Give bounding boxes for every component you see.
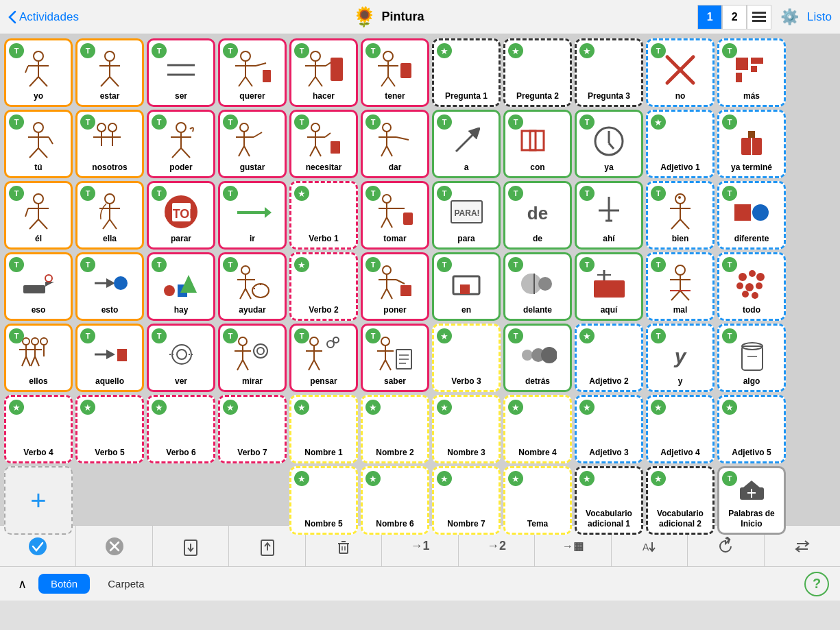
card-hacer[interactable]: T hacer	[289, 38, 358, 107]
card-nombre3[interactable]: ★ Nombre 3	[432, 395, 501, 463]
card-verbo7[interactable]: ★ Verbo 7	[218, 395, 287, 463]
svg-line-7	[38, 77, 47, 86]
card-esto[interactable]: T esto	[75, 252, 144, 321]
card-hay[interactable]: T hay	[147, 252, 215, 321]
card-nombre4[interactable]: ★ Nombre 4	[503, 395, 572, 463]
card-tener[interactable]: T tener	[361, 38, 429, 107]
card-necesitar[interactable]: T necesitar	[289, 110, 358, 178]
help-button[interactable]: ?	[804, 572, 829, 596]
card-tema[interactable]: ★ Tema	[503, 466, 572, 535]
card-diferente[interactable]: T diferente	[717, 181, 786, 250]
card-verbo1[interactable]: ★ Verbo 1	[289, 181, 358, 250]
card-pensar[interactable]: T pensar	[289, 324, 358, 392]
card-adjetivo1[interactable]: ★ Adjetivo 1	[646, 110, 715, 178]
back-button[interactable]: Actividades	[8, 10, 79, 24]
card-pregunta3[interactable]: ★ Pregunta 3	[575, 38, 643, 107]
card-aqui[interactable]: T aquí	[575, 252, 643, 321]
boton-button[interactable]: Botón	[38, 574, 90, 594]
card-palabras-inicio[interactable]: T Palabras de Inicio	[717, 466, 786, 535]
card-tu[interactable]: T tú	[4, 110, 73, 178]
card-ayudar[interactable]: T ayudar	[218, 252, 287, 321]
card-y[interactable]: T y y	[646, 324, 715, 392]
card-vocab1[interactable]: ★ Vocabulario adicional 1	[575, 466, 643, 535]
card-nombre2[interactable]: ★ Nombre 2	[361, 395, 429, 463]
listo-button[interactable]: Listo	[807, 10, 832, 24]
card-label: poner	[383, 305, 406, 315]
card-poder[interactable]: T poder	[147, 110, 215, 178]
card-verbo6[interactable]: ★ Verbo 6	[147, 395, 215, 463]
card-nombre1[interactable]: ★ Nombre 1	[289, 395, 358, 463]
card-ya-termine[interactable]: T ya terminé	[717, 110, 786, 178]
card-detras[interactable]: T detrás	[503, 324, 572, 392]
card-pregunta1[interactable]: ★ Pregunta 1	[432, 38, 501, 107]
card-verbo3[interactable]: ★ Verbo 3	[432, 324, 501, 392]
card-dar[interactable]: T dar	[361, 110, 429, 178]
page-2[interactable]: 2	[722, 5, 747, 29]
card-estar[interactable]: T estar	[75, 38, 144, 107]
card-a[interactable]: T a	[432, 110, 501, 178]
card-algo[interactable]: T algo	[717, 324, 786, 392]
card-tomar[interactable]: T tomar	[361, 181, 429, 250]
chevron-up-button[interactable]: ∧	[11, 573, 33, 595]
card-no[interactable]: T no	[646, 38, 715, 107]
card-saber[interactable]: T saber	[361, 324, 429, 392]
card-nombre6[interactable]: ★ Nombre 6	[361, 466, 429, 535]
svg-rect-152	[594, 280, 625, 298]
carpeta-button[interactable]: Carpeta	[95, 574, 156, 594]
card-mal[interactable]: T mal	[646, 252, 715, 321]
card-eso[interactable]: T eso	[4, 252, 73, 321]
card-label: Nombre 7	[447, 519, 485, 529]
card-adjetivo5[interactable]: ★ Adjetivo 5	[717, 395, 786, 463]
card-pregunta2[interactable]: ★ Pregunta 2	[503, 38, 572, 107]
svg-line-70	[325, 133, 331, 137]
card-mirar[interactable]: T mirar	[218, 324, 287, 392]
card-para[interactable]: T PARA! para	[432, 181, 501, 250]
card-delante[interactable]: T delante	[503, 252, 572, 321]
page-icon[interactable]	[747, 5, 771, 29]
card-label: y	[678, 376, 683, 386]
card-aquello[interactable]: T aquello	[75, 324, 144, 392]
card-ella[interactable]: T ella	[75, 181, 144, 250]
card-en[interactable]: T en	[432, 252, 501, 321]
card-todo[interactable]: T todo	[717, 252, 786, 321]
card-label: Adjetivo 3	[589, 448, 628, 457]
card-mas[interactable]: T más	[717, 38, 786, 107]
card-ya[interactable]: T ya	[575, 110, 643, 178]
card-ver[interactable]: T ver	[147, 324, 215, 392]
card-parar[interactable]: T STOP parar	[147, 181, 215, 250]
page-1[interactable]: 1	[697, 5, 722, 29]
add-card-button[interactable]: +	[4, 466, 73, 535]
card-vocab2[interactable]: ★ Vocabulario adicional 2	[646, 466, 715, 535]
card-ahi[interactable]: T ahí	[575, 181, 643, 250]
card-querer[interactable]: T querer	[218, 38, 287, 107]
card-nombre7[interactable]: ★ Nombre 7	[432, 466, 501, 535]
svg-line-26	[309, 77, 315, 86]
card-ellos[interactable]: T ellos	[4, 324, 73, 392]
card-adjetivo3[interactable]: ★ Adjetivo 3	[575, 395, 643, 463]
card-nosotros[interactable]: T nosotros	[75, 110, 144, 178]
toolbar-import[interactable]	[153, 526, 229, 567]
card-verbo2[interactable]: ★ Verbo 2	[289, 252, 358, 321]
t-badge: T	[651, 43, 666, 58]
settings-button[interactable]: ⚙️	[777, 5, 802, 29]
card-de[interactable]: T de de	[503, 181, 572, 250]
card-verbo5[interactable]: ★ Verbo 5	[75, 395, 144, 463]
toolbar-checkmark[interactable]	[0, 526, 76, 567]
card-gustar[interactable]: T gustar	[218, 110, 287, 178]
card-bien[interactable]: T bien	[646, 181, 715, 250]
card-con[interactable]: T con	[503, 110, 572, 178]
svg-point-165	[745, 283, 754, 291]
card-el[interactable]: T él	[4, 181, 73, 250]
card-yo[interactable]: T yo	[4, 38, 73, 107]
card-ir[interactable]: T ir	[218, 181, 287, 250]
card-nombre5[interactable]: ★ Nombre 5	[289, 466, 358, 535]
card-ser[interactable]: T ser	[147, 38, 215, 107]
card-verbo4[interactable]: ★ Verbo 4	[4, 395, 73, 463]
card-adjetivo4[interactable]: ★ Adjetivo 4	[646, 395, 715, 463]
toolbar-cancel[interactable]	[76, 526, 152, 567]
svg-point-16	[241, 51, 250, 61]
card-poner[interactable]: T poner	[361, 252, 429, 321]
card-adjetivo2[interactable]: ★ Adjetivo 2	[575, 324, 643, 392]
star-badge: ★	[579, 400, 595, 415]
star-badge: ★	[651, 400, 666, 415]
